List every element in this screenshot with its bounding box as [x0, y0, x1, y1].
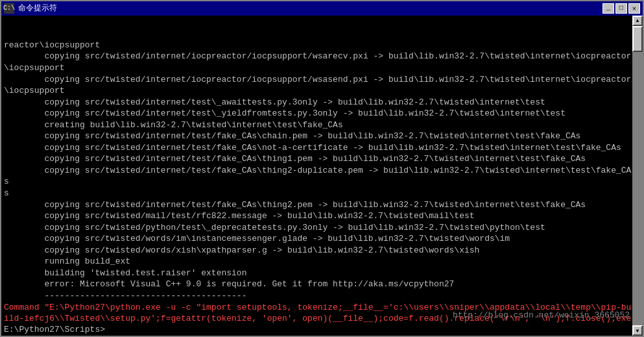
- terminal-line: copying src/twisted/internet/test/fake_C…: [4, 131, 632, 142]
- terminal-line: copying src/twisted/internet/iocpreactor…: [4, 51, 632, 73]
- terminal-line: copying src/twisted/mail/test/rfc822.mes…: [4, 210, 632, 222]
- title-bar: C:\ 命令提示符 _ □ ✕: [1, 1, 643, 16]
- terminal-line: copying src/twisted/internet/iocpreactor…: [4, 74, 632, 97]
- close-button[interactable]: ✕: [628, 3, 640, 14]
- scrollbar-thumb[interactable]: [632, 26, 643, 52]
- terminal-line: s: [4, 188, 632, 199]
- cmd-icon: C:\: [4, 3, 14, 14]
- watermark: http://blog.csdn.net/weixin_3665052: [453, 310, 630, 320]
- terminal-line: copying src/twisted/words/xish\xpathpars…: [4, 245, 632, 256]
- terminal-line: ----------------------------------------: [4, 290, 632, 302]
- terminal-line: copying src/twisted/python/test\_depreca…: [4, 222, 632, 234]
- terminal-output: reactor\iocpsupport copying src/twisted/…: [1, 16, 643, 323]
- terminal-line: copying src/twisted/internet/test/fake_C…: [4, 142, 632, 154]
- scroll-up-button[interactable]: ▲: [632, 16, 643, 26]
- maximize-button[interactable]: □: [615, 3, 627, 14]
- title-bar-controls: _ □ ✕: [602, 3, 640, 14]
- terminal-line: running build_ext: [4, 256, 632, 268]
- terminal-line: copying src/twisted/internet/test\_await…: [4, 97, 632, 108]
- cmd-window: C:\ 命令提示符 _ □ ✕ reactor\iocpsupport copy…: [0, 0, 644, 337]
- prompt-line: E:\Python27\Scripts>: [1, 323, 643, 336]
- terminal: reactor\iocpsupport copying src/twisted/…: [1, 16, 643, 336]
- terminal-line: error: Microsoft Visual C++ 9.0 is requi…: [4, 279, 632, 290]
- terminal-line: copying src/twisted/internet/test/fake_C…: [4, 153, 632, 165]
- terminal-line: copying src/twisted/internet/test/fake_C…: [4, 199, 632, 211]
- minimize-button[interactable]: _: [602, 3, 614, 14]
- scrollbar-track: [632, 26, 643, 325]
- scroll-down-button[interactable]: ▼: [632, 325, 643, 336]
- terminal-line: reactor\iocpsupport: [4, 40, 632, 51]
- terminal-line: copying src/twisted/internet/test\_yield…: [4, 108, 632, 119]
- title-bar-left: C:\ 命令提示符: [4, 3, 57, 14]
- terminal-line: creating build\lib.win32-2.7\twisted\int…: [4, 119, 632, 131]
- terminal-line: copying src/twisted/words/im\instancemes…: [4, 233, 632, 245]
- scrollbar[interactable]: ▲ ▼: [632, 16, 643, 336]
- terminal-line: copying src/twisted/internet/test/fake_C…: [4, 165, 632, 188]
- window-title: 命令提示符: [18, 3, 57, 14]
- terminal-line: building 'twisted.test.raiser' extension: [4, 268, 632, 279]
